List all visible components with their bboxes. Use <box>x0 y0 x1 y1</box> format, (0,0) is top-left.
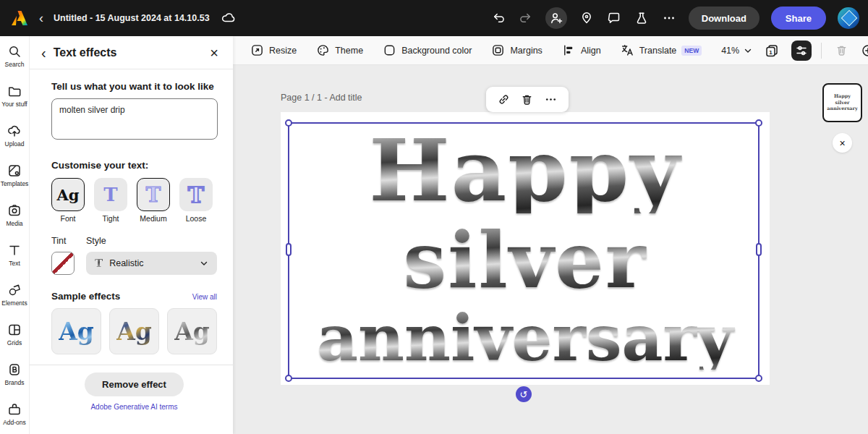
sidebar-item-grids[interactable]: Grids <box>0 315 29 354</box>
design-page[interactable]: Happy silver anniversary ↺ <box>281 112 770 385</box>
folder-icon <box>7 84 22 98</box>
tight-glyph: T <box>103 184 117 205</box>
upload-cloud-icon <box>7 124 22 138</box>
translate-icon <box>621 43 634 57</box>
resize-handle-middle-right[interactable] <box>756 243 762 256</box>
prompt-heading: Tell us what you want it to look like <box>51 81 217 92</box>
page-thumbnail[interactable]: Happy silver anniversary <box>822 83 862 122</box>
resize-icon <box>250 43 264 57</box>
sidebar-item-upload[interactable]: Upload <box>0 116 29 156</box>
location-pin-icon[interactable] <box>579 10 595 26</box>
add-ons-icon <box>7 402 22 417</box>
page-label[interactable]: Page 1 / 1 - Add title <box>281 93 362 103</box>
sidebar-item-elements[interactable]: Elements <box>0 275 29 315</box>
delete-page-button[interactable] <box>831 41 851 61</box>
chevron-down-icon <box>744 46 752 55</box>
sample-effect-silver[interactable]: Ag <box>167 308 217 354</box>
redo-icon[interactable] <box>518 10 534 26</box>
resize-button[interactable]: Resize <box>250 43 297 57</box>
undo-icon[interactable] <box>490 10 506 26</box>
style-preview-glyph: T <box>95 257 103 270</box>
more-options-icon[interactable] <box>661 10 677 26</box>
panel-back-icon[interactable]: ‹ <box>41 46 46 60</box>
adobe-express-logo[interactable] <box>10 9 29 27</box>
resize-handle-top-left[interactable] <box>285 119 292 127</box>
font-option[interactable]: Ag Font <box>51 178 85 223</box>
customise-heading: Customise your text: <box>51 160 217 171</box>
trash-icon <box>835 43 848 57</box>
align-button[interactable]: Align <box>562 43 601 57</box>
zoom-value: 41% <box>721 46 739 56</box>
grids-icon <box>7 323 22 337</box>
toolbar-divider <box>821 43 822 59</box>
search-icon <box>7 44 22 59</box>
comment-icon[interactable] <box>606 10 622 26</box>
style-label: Style <box>86 236 217 246</box>
resize-handle-middle-left[interactable] <box>286 243 292 256</box>
resize-handle-bottom-right[interactable] <box>755 375 762 382</box>
pages-icon: 1 <box>764 43 780 59</box>
selection-context-toolbar <box>486 87 569 112</box>
new-badge: NEW <box>681 46 702 56</box>
panel-title: Text effects <box>54 46 210 59</box>
selection-box[interactable]: ↺ <box>288 122 760 379</box>
style-dropdown[interactable]: T Realistic <box>86 252 217 275</box>
theme-palette-icon <box>316 43 330 57</box>
loose-spacing-option[interactable]: T Loose <box>179 178 213 223</box>
media-icon <box>7 203 22 218</box>
download-button[interactable]: Download <box>689 7 760 30</box>
sidebar-item-add-ons[interactable]: Add-ons <box>0 394 29 434</box>
generative-ai-terms-link[interactable]: Adobe Generative AI terms <box>51 403 217 411</box>
text-effects-panel: ‹ Text effects × Tell us what you want i… <box>29 36 233 434</box>
experiments-flask-icon[interactable] <box>634 10 650 26</box>
remove-effect-button[interactable]: Remove effect <box>85 373 184 396</box>
background-color-icon <box>383 43 396 57</box>
cloud-sync-icon <box>220 10 236 26</box>
elements-icon <box>7 283 22 297</box>
share-button[interactable]: Share <box>771 7 826 30</box>
sample-effects-row: Ag Ag Ag <box>51 308 217 354</box>
resize-handle-bottom-left[interactable] <box>285 375 292 382</box>
panel-divider <box>30 365 234 365</box>
rotate-handle[interactable]: ↺ <box>516 386 532 402</box>
svg-text:1: 1 <box>769 48 773 55</box>
zoom-control[interactable]: 41% <box>721 46 752 56</box>
sidebar-item-templates[interactable]: Templates <box>0 156 29 195</box>
properties-button[interactable] <box>791 41 812 61</box>
add-page-button[interactable]: Add <box>861 43 868 58</box>
sidebar-item-media[interactable]: Media <box>0 195 29 235</box>
style-group: Style T Realistic <box>86 236 217 275</box>
tint-none-swatch[interactable] <box>51 252 75 275</box>
medium-spacing-option[interactable]: T Medium <box>137 178 170 223</box>
theme-button[interactable]: Theme <box>316 43 363 57</box>
background-color-button[interactable]: Background color <box>383 43 472 57</box>
delete-icon[interactable] <box>519 91 536 109</box>
margins-button[interactable]: Margins <box>491 43 542 57</box>
sample-effect-blue[interactable]: Ag <box>51 308 101 354</box>
document-title[interactable]: Untitled - 15 August 2024 at 14.10.53 <box>54 13 210 23</box>
medium-glyph: T <box>146 183 161 207</box>
tight-spacing-option[interactable]: T Tight <box>94 178 127 223</box>
effect-prompt-input[interactable]: molten silver drip <box>51 98 218 140</box>
invite-collaborator-icon[interactable] <box>545 7 567 29</box>
resize-handle-top-right[interactable] <box>755 119 762 127</box>
sample-effect-mosaic[interactable]: Ag <box>109 308 159 354</box>
chevron-down-icon <box>200 259 208 268</box>
sidebar-item-your-stuff[interactable]: Your stuff <box>0 76 29 116</box>
canvas-area: Resize Theme Background color Margins Al… <box>233 36 868 434</box>
sidebar-item-text[interactable]: Text <box>0 235 29 275</box>
text-option-row: Ag Font T Tight T Medium T Loose <box>51 178 217 223</box>
translate-button[interactable]: Translate NEW <box>621 43 702 57</box>
sidebar-item-search[interactable]: Search <box>0 36 29 76</box>
more-options-icon[interactable] <box>542 91 560 109</box>
thumbnail-close-icon[interactable]: × <box>833 133 852 153</box>
sidebar-item-brands[interactable]: Brands <box>0 354 29 394</box>
left-rail: Search Your stuff Upload Templates Media… <box>0 36 29 434</box>
link-icon[interactable] <box>495 91 512 109</box>
account-avatar[interactable] <box>838 7 859 29</box>
view-all-link[interactable]: View all <box>192 293 217 301</box>
panel-close-icon[interactable]: × <box>210 46 218 60</box>
loose-glyph: T <box>188 182 204 208</box>
pages-button[interactable]: 1 <box>762 41 782 61</box>
back-chevron-icon[interactable]: ‹ <box>39 12 43 25</box>
